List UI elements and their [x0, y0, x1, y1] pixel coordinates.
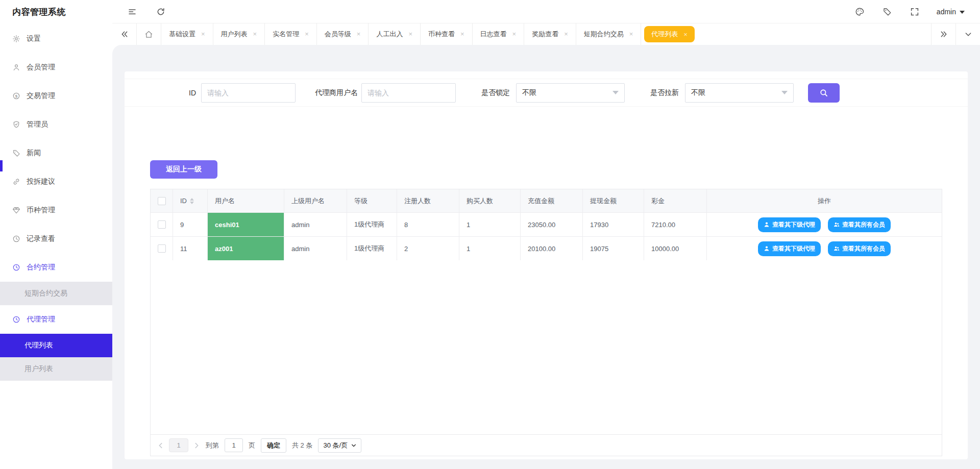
- sidebar-item-10[interactable]: 代理管理: [0, 305, 112, 334]
- sidebar-item-5[interactable]: 投拆建议: [0, 167, 112, 196]
- tab-close-icon[interactable]: ×: [253, 30, 257, 38]
- filter-id-input[interactable]: [201, 83, 296, 103]
- fullscreen-icon[interactable]: [910, 7, 919, 16]
- menu-fold-icon[interactable]: [128, 7, 137, 16]
- sidebar-item-0[interactable]: 设置: [0, 24, 112, 53]
- sidebar-item-label: 记录查看: [27, 234, 55, 243]
- refresh-icon[interactable]: [156, 7, 165, 16]
- cell-level: 1级代理商: [347, 213, 397, 236]
- sidebar-subitem-12[interactable]: 用户列表: [0, 357, 112, 381]
- tab-close-icon[interactable]: ×: [512, 30, 517, 38]
- tabs-scroll-left-button[interactable]: [112, 23, 137, 45]
- tab-close-icon[interactable]: ×: [683, 31, 688, 38]
- tab-close-icon[interactable]: ×: [629, 30, 633, 38]
- sidebar-item-2[interactable]: $交易管理: [0, 82, 112, 110]
- filter-referral-select[interactable]: 不限: [685, 83, 794, 103]
- gear-icon: [12, 35, 20, 43]
- palette-icon[interactable]: [855, 7, 864, 16]
- row-checkbox[interactable]: [158, 244, 166, 253]
- tab-4[interactable]: 人工出入×: [369, 23, 421, 45]
- topbar-right: admin: [855, 7, 965, 16]
- tab-label: 用户列表: [221, 30, 248, 38]
- pagination-bar: 1 到第 页 确定 共 2 条 30 条/页: [151, 434, 942, 456]
- tab-8[interactable]: 短期合约交易×: [576, 23, 642, 45]
- agents-table: ID用户名上级用户名等级注册人数购买人数充值金额提现金额彩金操作 9ceshi0…: [150, 189, 942, 456]
- sidebar-item-1[interactable]: 会员管理: [0, 53, 112, 82]
- clock-icon: [12, 315, 20, 324]
- link-icon: [12, 178, 20, 186]
- tab-close-icon[interactable]: ×: [201, 30, 205, 38]
- tab-label: 实名管理: [273, 30, 299, 38]
- filter-row: ID 代理商用户名 是否锁定 不限 是否拉新 不限: [125, 79, 968, 107]
- filter-referral-label: 是否拉新: [649, 88, 679, 97]
- sidebar-item-3[interactable]: 管理员: [0, 110, 112, 139]
- tab-label: 币种查看: [428, 30, 455, 38]
- view-all-members-button[interactable]: 查看其所有会员: [828, 217, 891, 232]
- table-header-cell-9: 彩金: [644, 189, 707, 212]
- person-icon: [764, 221, 770, 228]
- sidebar-item-8[interactable]: 合约管理: [0, 253, 112, 282]
- back-to-parent-button[interactable]: 返回上一级: [150, 160, 217, 179]
- filter-agent-input[interactable]: [361, 83, 456, 103]
- home-tab-icon[interactable]: [137, 23, 161, 45]
- column-label: 等级: [354, 196, 368, 206]
- sidebar-item-7[interactable]: 记录查看: [0, 225, 112, 253]
- column-label: 操作: [818, 196, 831, 206]
- clock-icon: [12, 263, 20, 271]
- prev-page-button[interactable]: [157, 442, 164, 449]
- jump-page-input[interactable]: [225, 438, 243, 452]
- tab-spacer: [698, 23, 931, 45]
- filter-locked-select[interactable]: 不限: [516, 83, 625, 103]
- user-caret-down-icon: [960, 11, 965, 14]
- view-sub-agents-button[interactable]: 查看其下级代理: [758, 241, 821, 256]
- sidebar-subitem-9[interactable]: 短期合约交易: [0, 282, 112, 305]
- tab-0[interactable]: 基础设置×: [161, 23, 213, 45]
- jump-confirm-button[interactable]: 确定: [261, 438, 286, 453]
- view-sub-agents-button[interactable]: 查看其下级代理: [758, 217, 821, 232]
- cell-level: 1级代理商: [347, 237, 397, 260]
- user-menu[interactable]: admin: [937, 8, 965, 16]
- current-page-button[interactable]: 1: [169, 438, 188, 452]
- tab-6[interactable]: 日志查看×: [473, 23, 525, 45]
- tag-icon[interactable]: [883, 7, 892, 16]
- cell-registered: 8: [397, 213, 459, 236]
- tab-9-active[interactable]: 代理列表×: [641, 23, 698, 45]
- table-header-cell-10: 操作: [707, 189, 942, 212]
- tabs-scroll-right-button[interactable]: [931, 23, 955, 45]
- view-all-members-button[interactable]: 查看其所有会员: [828, 241, 891, 256]
- tab-5[interactable]: 币种查看×: [421, 23, 473, 45]
- jump-suffix-label: 页: [249, 441, 255, 450]
- filter-locked-value: 不限: [522, 88, 536, 97]
- shield-icon: [12, 120, 20, 129]
- cell-purchased: 1: [459, 237, 521, 260]
- sidebar-item-6[interactable]: 币种管理: [0, 196, 112, 225]
- sidebar-subitem-11-active[interactable]: 代理列表: [0, 334, 112, 357]
- row-checkbox[interactable]: [158, 220, 166, 229]
- tab-close-icon[interactable]: ×: [305, 30, 309, 38]
- sort-icon[interactable]: [190, 198, 194, 204]
- cell-recharge: 23050.00: [521, 213, 583, 236]
- tab-2[interactable]: 实名管理×: [265, 23, 317, 45]
- search-button[interactable]: [808, 83, 840, 103]
- tab-close-icon[interactable]: ×: [357, 30, 361, 38]
- tab-7[interactable]: 奖励查看×: [524, 23, 576, 45]
- tab-close-icon[interactable]: ×: [408, 30, 412, 38]
- cell-actions: 查看其下级代理查看其所有会员: [707, 213, 942, 236]
- sidebar-subitem-label: 用户列表: [24, 364, 53, 374]
- cell-bonus: 7210.00: [644, 213, 707, 236]
- page-size-select[interactable]: 30 条/页: [318, 438, 361, 453]
- select-all-checkbox[interactable]: [158, 197, 166, 205]
- column-label: 注册人数: [404, 196, 431, 206]
- table-header-cell-3: 上级用户名: [284, 189, 347, 212]
- tab-3[interactable]: 会员等级×: [317, 23, 369, 45]
- table-header-cell-7: 充值金额: [521, 189, 583, 212]
- tab-close-icon[interactable]: ×: [460, 30, 464, 38]
- app: 内容管理系统 设置会员管理$交易管理管理员新闻投拆建议币种管理记录查看合约管理短…: [0, 0, 980, 469]
- tab-close-icon[interactable]: ×: [564, 30, 568, 38]
- sidebar-item-4[interactable]: 新闻: [0, 139, 112, 167]
- next-page-button[interactable]: [193, 442, 200, 449]
- tab-1[interactable]: 用户列表×: [213, 23, 265, 45]
- jump-prefix-label: 到第: [206, 441, 219, 450]
- tabs-menu-button[interactable]: [955, 23, 980, 45]
- page-size-value: 30 条/页: [323, 441, 348, 450]
